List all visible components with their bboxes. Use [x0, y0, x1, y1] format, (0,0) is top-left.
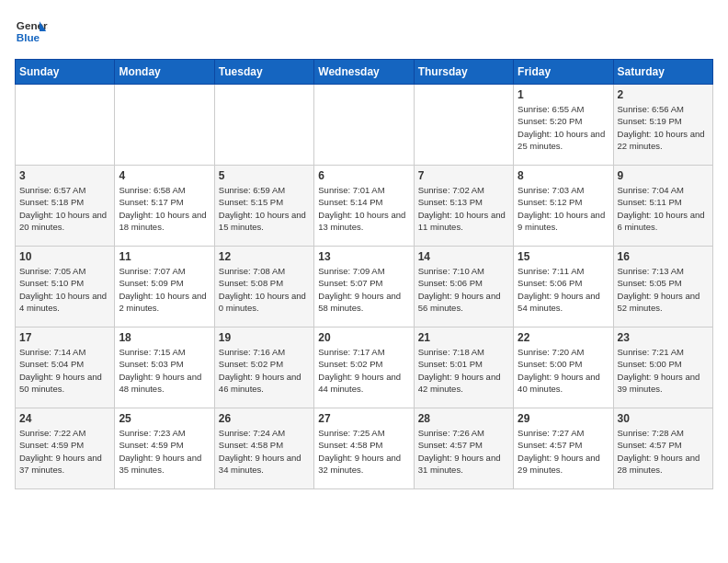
calendar-cell: 7Sunrise: 7:02 AM Sunset: 5:13 PM Daylig… — [414, 166, 513, 247]
day-info: Sunrise: 7:17 AM Sunset: 5:02 PM Dayligh… — [318, 346, 409, 395]
calendar-cell: 1Sunrise: 6:55 AM Sunset: 5:20 PM Daylig… — [514, 85, 613, 166]
day-info: Sunrise: 7:22 AM Sunset: 4:59 PM Dayligh… — [19, 427, 110, 476]
day-info: Sunrise: 7:07 AM Sunset: 5:09 PM Dayligh… — [119, 265, 210, 314]
calendar-cell: 5Sunrise: 6:59 AM Sunset: 5:15 PM Daylig… — [214, 166, 313, 247]
calendar-cell: 8Sunrise: 7:03 AM Sunset: 5:12 PM Daylig… — [514, 166, 613, 247]
day-info: Sunrise: 7:11 AM Sunset: 5:06 PM Dayligh… — [518, 265, 609, 314]
day-number: 26 — [219, 412, 310, 425]
day-number: 20 — [318, 331, 409, 344]
day-number: 28 — [418, 412, 509, 425]
day-info: Sunrise: 7:18 AM Sunset: 5:01 PM Dayligh… — [418, 346, 509, 395]
day-info: Sunrise: 7:02 AM Sunset: 5:13 PM Dayligh… — [418, 184, 509, 233]
week-row-3: 10Sunrise: 7:05 AM Sunset: 5:10 PM Dayli… — [16, 247, 713, 327]
day-info: Sunrise: 6:57 AM Sunset: 5:18 PM Dayligh… — [19, 184, 110, 233]
calendar-cell: 12Sunrise: 7:08 AM Sunset: 5:08 PM Dayli… — [214, 247, 313, 327]
weekday-header-tuesday: Tuesday — [214, 60, 313, 85]
calendar-cell: 29Sunrise: 7:27 AM Sunset: 4:57 PM Dayli… — [514, 408, 613, 489]
day-info: Sunrise: 6:56 AM Sunset: 5:19 PM Dayligh… — [618, 103, 709, 152]
day-number: 25 — [119, 412, 210, 425]
day-number: 16 — [618, 250, 709, 263]
day-number: 3 — [19, 169, 110, 182]
day-info: Sunrise: 7:08 AM Sunset: 5:08 PM Dayligh… — [219, 265, 310, 314]
weekday-header-thursday: Thursday — [414, 60, 513, 85]
weekday-header-friday: Friday — [514, 60, 613, 85]
calendar-cell: 23Sunrise: 7:21 AM Sunset: 5:00 PM Dayli… — [613, 327, 712, 408]
day-info: Sunrise: 7:09 AM Sunset: 5:07 PM Dayligh… — [318, 265, 409, 314]
day-number: 4 — [119, 169, 210, 182]
weekday-header-monday: Monday — [115, 60, 214, 85]
day-number: 13 — [318, 250, 409, 263]
day-number: 8 — [518, 169, 609, 182]
day-number: 23 — [618, 331, 709, 344]
day-info: Sunrise: 6:55 AM Sunset: 5:20 PM Dayligh… — [518, 103, 609, 152]
day-info: Sunrise: 7:25 AM Sunset: 4:58 PM Dayligh… — [318, 427, 409, 476]
calendar-cell: 20Sunrise: 7:17 AM Sunset: 5:02 PM Dayli… — [314, 327, 414, 408]
day-number: 7 — [418, 169, 509, 182]
calendar-cell: 3Sunrise: 6:57 AM Sunset: 5:18 PM Daylig… — [16, 166, 115, 247]
day-info: Sunrise: 6:59 AM Sunset: 5:15 PM Dayligh… — [219, 184, 310, 233]
weekday-header-sunday: Sunday — [16, 60, 115, 85]
day-number: 17 — [19, 331, 110, 344]
day-info: Sunrise: 7:23 AM Sunset: 4:59 PM Dayligh… — [119, 427, 210, 476]
calendar-cell: 9Sunrise: 7:04 AM Sunset: 5:11 PM Daylig… — [613, 166, 712, 247]
calendar-cell: 25Sunrise: 7:23 AM Sunset: 4:59 PM Dayli… — [115, 408, 214, 489]
page-header: General Blue — [15, 15, 713, 48]
calendar-cell: 15Sunrise: 7:11 AM Sunset: 5:06 PM Dayli… — [514, 247, 613, 327]
week-row-1: 1Sunrise: 6:55 AM Sunset: 5:20 PM Daylig… — [16, 85, 713, 166]
logo: General Blue — [15, 15, 48, 48]
week-row-5: 24Sunrise: 7:22 AM Sunset: 4:59 PM Dayli… — [16, 408, 713, 489]
day-number: 12 — [219, 250, 310, 263]
weekday-header-row: SundayMondayTuesdayWednesdayThursdayFrid… — [16, 60, 713, 85]
calendar-cell: 4Sunrise: 6:58 AM Sunset: 5:17 PM Daylig… — [115, 166, 214, 247]
day-number: 2 — [618, 88, 709, 101]
day-info: Sunrise: 7:24 AM Sunset: 4:58 PM Dayligh… — [219, 427, 310, 476]
calendar-cell: 14Sunrise: 7:10 AM Sunset: 5:06 PM Dayli… — [414, 247, 513, 327]
calendar-cell: 16Sunrise: 7:13 AM Sunset: 5:05 PM Dayli… — [613, 247, 712, 327]
day-number: 14 — [418, 250, 509, 263]
calendar-table: SundayMondayTuesdayWednesdayThursdayFrid… — [15, 59, 713, 489]
calendar-cell — [214, 85, 313, 166]
day-info: Sunrise: 7:04 AM Sunset: 5:11 PM Dayligh… — [618, 184, 709, 233]
day-info: Sunrise: 7:03 AM Sunset: 5:12 PM Dayligh… — [518, 184, 609, 233]
day-info: Sunrise: 7:01 AM Sunset: 5:14 PM Dayligh… — [318, 184, 409, 233]
calendar-cell — [115, 85, 214, 166]
calendar-cell: 11Sunrise: 7:07 AM Sunset: 5:09 PM Dayli… — [115, 247, 214, 327]
day-number: 1 — [518, 88, 609, 101]
day-info: Sunrise: 7:16 AM Sunset: 5:02 PM Dayligh… — [219, 346, 310, 395]
calendar-cell: 22Sunrise: 7:20 AM Sunset: 5:00 PM Dayli… — [514, 327, 613, 408]
day-number: 11 — [119, 250, 210, 263]
calendar-cell: 19Sunrise: 7:16 AM Sunset: 5:02 PM Dayli… — [214, 327, 313, 408]
day-number: 30 — [618, 412, 709, 425]
day-info: Sunrise: 6:58 AM Sunset: 5:17 PM Dayligh… — [119, 184, 210, 233]
day-number: 15 — [518, 250, 609, 263]
day-info: Sunrise: 7:10 AM Sunset: 5:06 PM Dayligh… — [418, 265, 509, 314]
calendar-cell — [16, 85, 115, 166]
day-number: 24 — [19, 412, 110, 425]
calendar-cell: 6Sunrise: 7:01 AM Sunset: 5:14 PM Daylig… — [314, 166, 414, 247]
weekday-header-saturday: Saturday — [613, 60, 712, 85]
calendar-cell — [414, 85, 513, 166]
day-number: 10 — [19, 250, 110, 263]
calendar-cell: 21Sunrise: 7:18 AM Sunset: 5:01 PM Dayli… — [414, 327, 513, 408]
calendar-cell: 10Sunrise: 7:05 AM Sunset: 5:10 PM Dayli… — [16, 247, 115, 327]
day-info: Sunrise: 7:14 AM Sunset: 5:04 PM Dayligh… — [19, 346, 110, 395]
day-number: 18 — [119, 331, 210, 344]
day-info: Sunrise: 7:27 AM Sunset: 4:57 PM Dayligh… — [518, 427, 609, 476]
day-number: 29 — [518, 412, 609, 425]
day-number: 19 — [219, 331, 310, 344]
day-info: Sunrise: 7:28 AM Sunset: 4:57 PM Dayligh… — [618, 427, 709, 476]
calendar-cell: 13Sunrise: 7:09 AM Sunset: 5:07 PM Dayli… — [314, 247, 414, 327]
day-number: 6 — [318, 169, 409, 182]
calendar-cell: 27Sunrise: 7:25 AM Sunset: 4:58 PM Dayli… — [314, 408, 414, 489]
calendar-cell: 17Sunrise: 7:14 AM Sunset: 5:04 PM Dayli… — [16, 327, 115, 408]
week-row-2: 3Sunrise: 6:57 AM Sunset: 5:18 PM Daylig… — [16, 166, 713, 247]
calendar-cell — [314, 85, 414, 166]
day-number: 27 — [318, 412, 409, 425]
calendar-body: 1Sunrise: 6:55 AM Sunset: 5:20 PM Daylig… — [16, 85, 713, 489]
day-number: 9 — [618, 169, 709, 182]
day-info: Sunrise: 7:15 AM Sunset: 5:03 PM Dayligh… — [119, 346, 210, 395]
day-info: Sunrise: 7:21 AM Sunset: 5:00 PM Dayligh… — [618, 346, 709, 395]
week-row-4: 17Sunrise: 7:14 AM Sunset: 5:04 PM Dayli… — [16, 327, 713, 408]
day-number: 22 — [518, 331, 609, 344]
calendar-cell: 30Sunrise: 7:28 AM Sunset: 4:57 PM Dayli… — [613, 408, 712, 489]
